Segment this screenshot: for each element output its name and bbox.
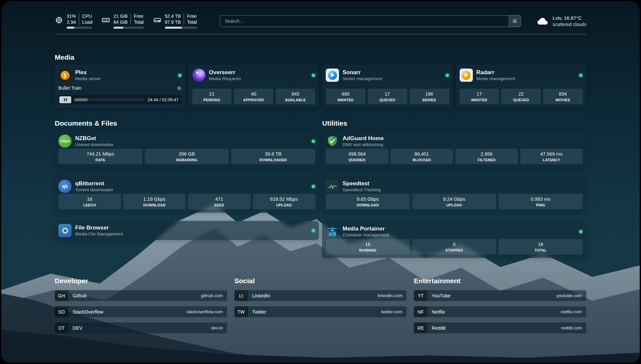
- stat-label: STOPPED: [445, 248, 463, 252]
- stat-box: 9.65 GbpsDOWNLOAD: [326, 194, 410, 209]
- service-card-overseerr[interactable]: Overseerr Media Requests 21PENDING40APPR…: [189, 65, 319, 107]
- stat-value: 196: [425, 91, 433, 97]
- stat-value: 47.569 ms: [540, 151, 563, 157]
- status-indicator: [312, 74, 315, 77]
- service-card-portainer[interactable]: Media Portainer Container management 16R…: [322, 221, 586, 258]
- cpu-usage-bar: [67, 27, 92, 29]
- cpu-percent: 31%: [67, 13, 76, 19]
- status-indicator: [579, 74, 583, 77]
- stats-row: 16LEECH1.19 GbpsDOWNLOAD471SEED618.52 Mb…: [58, 194, 315, 209]
- cpu-load-value: 2.94: [67, 19, 76, 25]
- stat-value: 2,956: [481, 151, 493, 157]
- stat-value: 9.24 Gbps: [443, 196, 465, 202]
- stat-label: LEECH: [83, 203, 96, 207]
- cpu-icon: [55, 16, 63, 24]
- service-card-sonarr[interactable]: Sonarr Series management 485WANTED17QUEU…: [322, 65, 453, 107]
- service-card-filebrowser[interactable]: File Browser Media File Management: [55, 221, 319, 240]
- service-description: Container management: [343, 232, 389, 238]
- playback-time: 24:44 / 02:06:47: [148, 97, 181, 102]
- stat-box: 2,956FILTERED: [455, 149, 518, 164]
- stat-box: 266 GBREMAINING: [145, 149, 229, 164]
- bookmark-url: github.com: [201, 293, 223, 298]
- bookmark-abbr: SO: [55, 306, 68, 317]
- stat-label: PING: [536, 203, 545, 207]
- stat-box: 16RUNNING: [326, 239, 410, 255]
- memory-total-value: 64 GiB: [113, 19, 128, 25]
- stat-box: 834MOVIES: [543, 89, 583, 104]
- service-card-radarr[interactable]: Radarr Movie management 17WANTED22QUEUED…: [456, 65, 587, 107]
- bookmark-url: reddit.com: [561, 325, 582, 330]
- snow-specks: [1, 1, 2, 2]
- pause-button[interactable]: [59, 96, 71, 103]
- dashboard-content: 31% 2.94 CPU Load: [55, 1, 586, 348]
- stat-value: 834: [559, 91, 567, 97]
- service-card-nzbget[interactable]: nzbget NZBGet Usenet downloader 744.21 M…: [55, 131, 319, 167]
- service-description: Media server: [75, 76, 101, 81]
- memory-usage-bar: [113, 27, 143, 29]
- stat-box: 47.569 msLATENCY: [520, 149, 583, 164]
- section-title-developer: Developer: [55, 277, 227, 285]
- bookmark-netflix[interactable]: NFNetflixnetflix.com: [414, 306, 586, 317]
- bookmark-name: Reddit: [432, 325, 445, 331]
- bookmark-linkedin[interactable]: LILinkedInlinkedin.com: [234, 290, 407, 301]
- service-card-adguard[interactable]: AdGuard Home DNS and adblocking 498,564Q…: [322, 131, 586, 167]
- divider: [131, 14, 131, 25]
- status-indicator: [579, 230, 583, 233]
- stats-row: 498,564QUERIES86,401BLOCKED2,956FILTERED…: [326, 149, 583, 164]
- stat-label: QUEUED: [513, 98, 529, 102]
- stat-label: AVAILABLE: [285, 98, 306, 102]
- speedtest-icon: [326, 180, 339, 193]
- stat-box: 9.24 GbpsUPLOAD: [412, 194, 496, 209]
- bookmark-twitter[interactable]: TWTwittertwitter.com: [234, 306, 407, 317]
- middle-columns: Documents & Files nzbget NZBGet Usenet d…: [55, 119, 586, 258]
- bookmark-url: dev.to: [211, 325, 223, 330]
- bookmark-url: netflix.com: [561, 309, 582, 314]
- service-card-qbittorrent[interactable]: qb qBittorrent Torrent downloader 16LEEC…: [55, 176, 319, 213]
- disk-free-value: 52.4 TB: [165, 13, 181, 19]
- bookmarks-section: Developer GHGithubgithub.comSOStackOverf…: [55, 277, 586, 348]
- bookmark-name: Twitter: [252, 309, 266, 315]
- stat-value: 17: [385, 91, 390, 97]
- stat-label: QUERIES: [349, 158, 365, 162]
- section-title-social: Social: [234, 277, 407, 285]
- stat-box: 16TOTAL: [499, 239, 583, 255]
- bookmark-list: GHGithubgithub.comSOStackOverflowstackov…: [55, 290, 227, 333]
- stat-value: 16: [365, 241, 370, 247]
- stat-label: WANTED: [471, 98, 487, 102]
- stat-box: 744.21 MbpsRATE: [58, 149, 142, 164]
- stat-value: 21: [209, 91, 214, 97]
- search-provider-button[interactable]: G: [509, 15, 521, 27]
- status-indicator: [178, 74, 182, 77]
- bookmark-dev[interactable]: DTDEVdev.to: [55, 322, 227, 333]
- nzbget-icon: nzbget: [58, 135, 72, 148]
- stat-label: MOVIES: [556, 98, 570, 102]
- search-input[interactable]: [220, 18, 509, 24]
- overseerr-icon: [192, 69, 205, 82]
- bookmark-url: twitter.com: [381, 309, 403, 314]
- section-title-media: Media: [55, 53, 586, 61]
- stat-box: 22QUEUED: [501, 89, 541, 104]
- bookmark-github[interactable]: GHGithubgithub.com: [55, 290, 227, 301]
- weather-location: Lviv, 16.87°C: [553, 15, 586, 21]
- stat-label: QUEUED: [380, 98, 395, 102]
- service-card-plex[interactable]: Plex Media server Bullet Train 24:44 / 0…: [55, 65, 185, 107]
- service-name: NZBGet: [75, 135, 113, 142]
- service-description: Usenet downloader: [75, 142, 113, 147]
- bookmark-abbr: GH: [55, 290, 68, 301]
- bookmark-abbr: RE: [414, 322, 427, 333]
- top-bar: 31% 2.94 CPU Load: [55, 1, 586, 29]
- stat-value: 0.993 ms: [531, 196, 551, 202]
- playback-progress-bar[interactable]: [74, 98, 145, 101]
- stat-box: 21PENDING: [192, 89, 232, 104]
- service-card-speedtest[interactable]: Speedtest Speedtest Tracking 9.65 GbpsDO…: [322, 176, 586, 213]
- bookmark-list: LILinkedInlinkedin.comTWTwittertwitter.c…: [234, 290, 407, 317]
- bookmark-stackoverflow[interactable]: SOStackOverflowstackoverflow.com: [55, 306, 227, 317]
- bookmark-reddit[interactable]: RERedditreddit.com: [414, 322, 586, 333]
- stat-box: 485WANTED: [326, 89, 365, 104]
- portainer-icon: [326, 225, 339, 238]
- bookmark-youtube[interactable]: YTYouTubeyoutube.com: [414, 290, 586, 301]
- gear-icon[interactable]: [177, 86, 181, 91]
- disk-usage-bar: [165, 27, 197, 29]
- stat-value: 485: [342, 91, 350, 97]
- stats-row: 744.21 MbpsRATE266 GBREMAINING39.6 TBDOW…: [58, 149, 315, 164]
